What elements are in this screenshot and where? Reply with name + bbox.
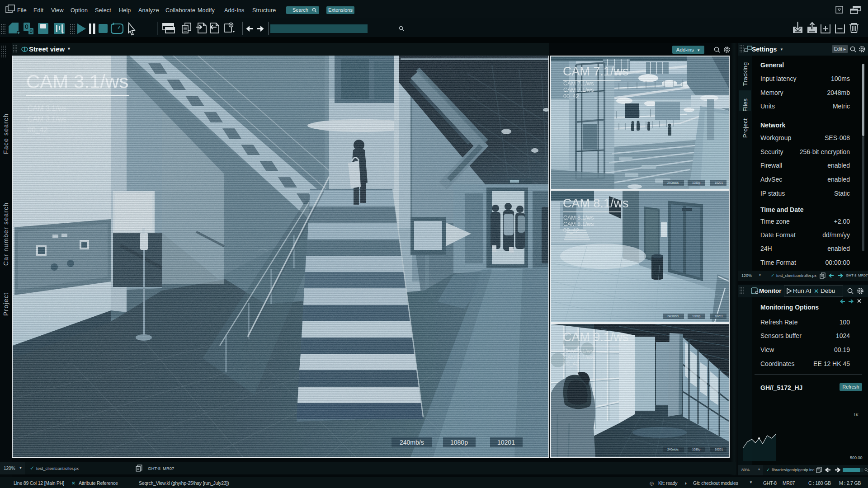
svg-text:CAM 3.1/ws: CAM 3.1/ws: [26, 71, 128, 92]
svg-text:240mb/s: 240mb/s: [400, 439, 424, 446]
svg-text:CAM 3.1/ws: CAM 3.1/ws: [28, 104, 66, 112]
svg-text:CAM 3.1/ws: CAM 3.1/ws: [28, 115, 66, 123]
svg-text:10201: 10201: [497, 439, 515, 446]
svg-text:1080p: 1080p: [450, 439, 468, 446]
svg-text:00_42: 00_42: [28, 126, 48, 134]
